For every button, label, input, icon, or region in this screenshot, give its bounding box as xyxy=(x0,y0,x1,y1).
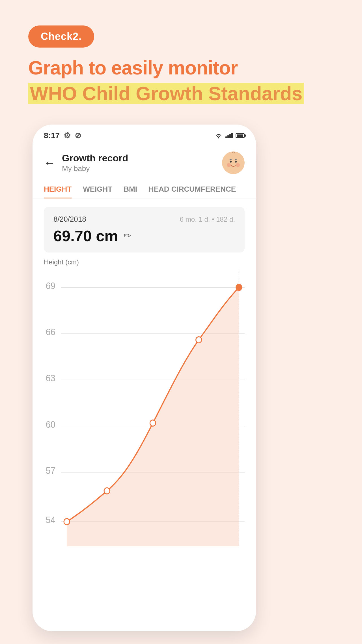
svg-point-22 xyxy=(196,337,202,343)
svg-text:60: 60 xyxy=(46,419,55,430)
svg-text:66: 66 xyxy=(46,327,55,337)
dnd-icon: ⊘ xyxy=(75,131,81,140)
data-date: 8/20/2018 xyxy=(53,215,86,224)
tabs-bar: HEIGHT WEIGHT BMI HEAD CIRCUMFERENCE xyxy=(33,180,256,198)
data-value-row: 69.70 cm ✏ xyxy=(53,227,235,245)
headline-line2-wrap: WHO Child Growth Standards xyxy=(28,82,304,105)
chart-wrap: 69 66 63 60 57 54 xyxy=(44,269,245,546)
headline-line2: WHO Child Growth Standards xyxy=(28,83,304,104)
data-value: 69.70 cm xyxy=(53,227,118,245)
chart-container: Height (cm) 69 66 63 60 57 54 xyxy=(33,255,256,546)
page-title: Growth record xyxy=(62,153,128,164)
page-subtitle: My baby xyxy=(62,164,128,173)
signal-icon xyxy=(225,133,233,138)
svg-text:54: 54 xyxy=(46,515,55,525)
tab-bmi[interactable]: BMI xyxy=(124,180,137,198)
gear-icon: ⚙ xyxy=(64,131,71,140)
svg-point-19 xyxy=(64,519,70,525)
data-age: 6 mo. 1 d. • 182 d. xyxy=(180,215,235,223)
svg-point-0 xyxy=(218,137,219,138)
data-card-row1: 8/20/2018 6 mo. 1 d. • 182 d. xyxy=(53,215,235,224)
svg-point-1 xyxy=(223,152,244,174)
svg-point-23 xyxy=(236,284,242,290)
check-badge: Check2. xyxy=(28,25,94,48)
phone-mockup: 8:17 ⚙ ⊘ xyxy=(33,125,256,631)
svg-text:69: 69 xyxy=(46,281,55,291)
svg-text:57: 57 xyxy=(46,465,55,476)
svg-text:63: 63 xyxy=(46,373,55,383)
status-bar-right xyxy=(215,132,245,139)
svg-point-5 xyxy=(235,161,237,163)
avatar-face xyxy=(222,151,245,174)
svg-point-3 xyxy=(236,163,240,167)
app-header: ← Growth record My baby xyxy=(33,146,256,180)
svg-point-4 xyxy=(230,161,232,163)
page-background: Check2. Graph to easily monitor WHO Chil… xyxy=(0,0,362,644)
edit-icon[interactable]: ✏ xyxy=(124,230,131,241)
header-left: ← Growth record My baby xyxy=(44,153,128,173)
growth-chart: 69 66 63 60 57 54 xyxy=(44,269,245,546)
data-card: 8/20/2018 6 mo. 1 d. • 182 d. 69.70 cm ✏ xyxy=(44,207,245,253)
chart-y-label: Height (cm) xyxy=(44,258,245,266)
svg-point-21 xyxy=(150,420,156,426)
header-title-block: Growth record My baby xyxy=(62,153,128,173)
wifi-icon xyxy=(215,132,223,139)
headline-line1: Graph to easily monitor xyxy=(28,57,238,79)
battery-icon xyxy=(236,133,245,138)
tab-height[interactable]: HEIGHT xyxy=(44,180,72,198)
back-button[interactable]: ← xyxy=(44,157,55,169)
tab-weight[interactable]: WEIGHT xyxy=(83,180,112,198)
status-bar-left: 8:17 ⚙ ⊘ xyxy=(44,131,81,140)
status-bar: 8:17 ⚙ ⊘ xyxy=(33,125,256,143)
check-badge-label: Check2. xyxy=(41,31,82,42)
avatar xyxy=(222,151,245,174)
svg-point-20 xyxy=(104,488,110,494)
svg-point-2 xyxy=(227,163,231,167)
time-display: 8:17 xyxy=(44,131,60,140)
tab-head-circumference[interactable]: HEAD CIRCUMFERENCE xyxy=(148,180,236,198)
